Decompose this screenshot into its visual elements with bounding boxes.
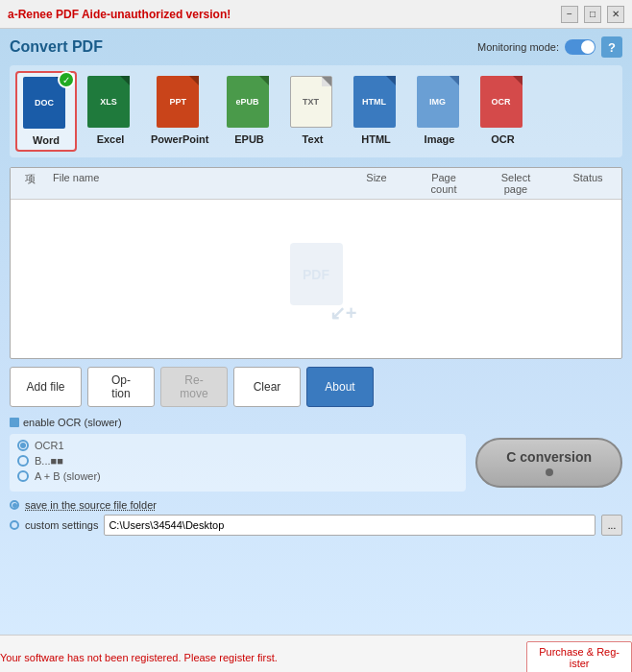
main-content: Convert PDF Monitoring mode: ? DOC ✓ Wor… [0,29,632,672]
ocr-radio-row-1: OCR1 [17,440,458,451]
status-message: Your software has not been registered. P… [0,652,278,663]
col-num-header: 项 [11,172,49,195]
toggle-knob [581,40,595,54]
monitoring-toggle[interactable] [565,39,596,55]
window-controls: − □ ✕ [561,6,624,23]
col-name-header: File name [49,172,343,195]
image-label: Image [425,133,455,145]
format-icon-html: HTML [353,76,400,132]
custom-path-row: custom settings ... [10,515,622,536]
save-source-radio[interactable] [10,500,19,510]
format-item-ocr[interactable]: OCR OCR [474,71,533,152]
save-source-row: save in the source file folder [10,499,622,511]
format-item-image[interactable]: IMG Image [410,71,470,152]
help-button[interactable]: ? [601,36,622,58]
restore-button[interactable]: □ [584,6,601,23]
ocr-radio-3[interactable] [17,470,29,482]
ocr-radio-row-3: A + B (slower) [17,470,458,482]
ocr-radio-row-2: B...■■ [17,455,458,467]
ocr-radio-label-3: A + B (slower) [35,470,101,482]
convert-header: Convert PDF Monitoring mode: ? [10,36,622,58]
excel-file-icon: XLS [87,76,130,128]
ocr-radio-label-2: B...■■ [35,455,63,467]
remove-button[interactable]: Re-move [160,367,228,407]
format-icon-excel: XLS [87,76,134,132]
action-buttons-row: Add file Op-Op-tiontion Re-move Clear Ab… [10,367,622,407]
txt-file-icon: TXT [290,76,332,128]
powerpoint-label: PowerPoint [151,133,209,145]
format-item-epub[interactable]: ePUB EPUB [220,71,280,152]
col-size-header: Size [343,172,410,195]
html-label: HTML [361,133,391,145]
save-source-label: save in the source file folder [25,499,157,511]
add-file-button[interactable]: Add file [10,367,82,407]
format-icon-epub: ePUB [227,76,273,132]
ocr-radio-1[interactable] [17,440,29,451]
format-icon-image: IMG [417,76,463,132]
format-icon-word: DOC ✓ [23,77,69,132]
text-label: Text [303,133,324,145]
option-button[interactable]: Op-Op-tiontion [87,367,155,407]
excel-label: Excel [97,133,125,145]
custom-path-radio[interactable] [10,520,19,530]
minimize-button[interactable]: − [561,6,578,23]
custom-path-input[interactable] [104,515,596,536]
ocr-radio-label-1: OCR1 [35,440,64,451]
monitoring-area: Monitoring mode: ? [477,36,622,58]
file-table-area: 项 File name Size Pagecount Selectpage St… [10,167,622,359]
about-button[interactable]: About [306,367,374,407]
pdf-drop-hint: PDF ↙+ [290,243,343,305]
file-table-header: 项 File name Size Pagecount Selectpage St… [11,168,621,200]
custom-settings-label: custom settings [25,519,98,531]
ocr-options-panel: OCR1 B...■■ A + B (slower) [10,434,466,492]
format-icon-powerpoint: PPT [157,76,203,132]
col-status-header: Status [554,172,621,195]
format-icon-text: TXT [290,76,336,132]
format-toolbar: DOC ✓ Word XLS Excel PPT PowerPoint [10,65,622,157]
word-label: Word [33,134,60,146]
format-item-powerpoint[interactable]: PPT PowerPoint [144,71,216,152]
ocr-radio-2[interactable] [17,455,29,467]
format-item-word[interactable]: DOC ✓ Word [15,71,77,152]
status-bar: Your software has not been registered. P… [0,635,632,672]
clear-button[interactable]: Clear [233,367,301,407]
ocr-checkbox[interactable] [10,418,19,427]
close-button[interactable]: ✕ [607,6,624,23]
drop-arrow-icon: ↙+ [329,301,357,324]
img-file-icon: IMG [417,76,459,128]
monitoring-label: Monitoring mode: [477,41,559,53]
col-select-header: Selectpage [477,172,554,195]
conversion-btn-text: C conversion [506,449,592,465]
ocr-file-icon: OCR [480,76,523,128]
format-icon-ocr: OCR [480,76,526,132]
save-settings-section: save in the source file folder custom se… [10,499,622,536]
ocr-label-text: enable OCR (slower) [23,417,122,428]
browse-button[interactable]: ... [601,515,622,536]
convert-pdf-title: Convert PDF [10,38,103,56]
app-title: a-Renee PDF Aide-unauthorized version! [8,8,231,21]
format-item-text[interactable]: TXT Text [283,71,343,152]
ocr-checkbox-row: enable OCR (slower) [10,417,622,428]
ppt-file-icon: PPT [157,76,199,128]
conversion-button[interactable]: C conversion [475,438,622,488]
col-page-header: Pagecount [410,172,477,195]
conversion-btn-dot [546,468,553,476]
word-check-badge: ✓ [58,71,75,88]
purchase-register-button[interactable]: Purchase & Reg-ister [526,641,632,672]
conversion-panel: C conversion [475,434,622,488]
html-file-icon: HTML [353,76,396,128]
format-item-html[interactable]: HTML HTML [347,71,406,152]
title-bar: a-Renee PDF Aide-unauthorized version! −… [0,0,632,29]
ocr-section: enable OCR (slower) OCR1 B...■■ A + B (s… [10,417,622,492]
ocr-label: OCR [491,133,514,145]
table-empty-area: PDF ↙+ [11,200,621,348]
format-item-excel[interactable]: XLS Excel [81,71,140,152]
epub-label: EPUB [234,133,264,145]
ocr-conversion-row: OCR1 B...■■ A + B (slower) C conversion [10,434,622,492]
epub-file-icon: ePUB [227,76,269,128]
